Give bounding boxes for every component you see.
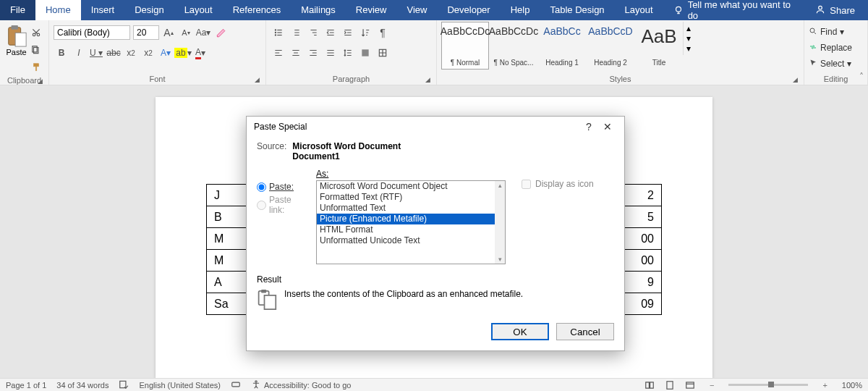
justify-icon[interactable] <box>323 45 339 61</box>
multilevel-icon[interactable] <box>305 25 321 41</box>
tab-file[interactable]: File <box>0 0 35 20</box>
increase-indent-icon[interactable] <box>340 25 356 41</box>
svg-point-15 <box>810 28 814 33</box>
align-center-icon[interactable] <box>288 45 304 61</box>
svg-rect-9 <box>34 64 39 67</box>
group-font: A▴ A▾ Aa▾ B I U ▾ abc x2 x2 A▾ ab▾ A▾ Fo… <box>49 20 266 85</box>
numbering-icon[interactable] <box>288 25 304 41</box>
replace-button[interactable]: Replace <box>809 41 852 55</box>
paragraph-launcher-icon[interactable]: ◢ <box>424 76 432 83</box>
list-item[interactable]: HTML Format <box>317 224 495 235</box>
read-mode-icon[interactable] <box>644 380 655 390</box>
web-layout-icon[interactable] <box>685 380 695 390</box>
paste-button[interactable]: Paste <box>4 22 28 56</box>
find-button[interactable]: Find▾ <box>809 25 844 39</box>
font-launcher-icon[interactable]: ◢ <box>253 76 261 83</box>
ok-button[interactable]: OK <box>491 323 549 340</box>
format-painter-icon[interactable] <box>28 59 44 75</box>
list-item[interactable]: Unformatted Unicode Text <box>317 235 495 246</box>
find-label: Find <box>820 27 837 37</box>
list-item[interactable]: Microsoft Word Document Object <box>317 181 495 192</box>
status-page[interactable]: Page 1 of 1 <box>6 381 46 390</box>
tab-table-design[interactable]: Table Design <box>540 0 614 20</box>
underline-icon[interactable]: U ▾ <box>88 45 104 61</box>
listbox-scrollbar[interactable]: ▴▾ <box>495 181 505 264</box>
font-name-combo[interactable] <box>54 25 130 40</box>
decrease-indent-icon[interactable] <box>323 25 339 41</box>
accessibility-button[interactable]: Accessibility: Good to go <box>251 379 351 391</box>
paste-radio[interactable]: Paste: <box>257 182 309 192</box>
text-effects-icon[interactable]: A▾ <box>158 45 174 61</box>
tab-developer[interactable]: Developer <box>437 0 500 20</box>
grow-font-icon[interactable]: A▴ <box>161 25 176 41</box>
tab-insert[interactable]: Insert <box>81 0 125 20</box>
clear-format-icon[interactable] <box>213 25 229 41</box>
shrink-font-icon[interactable]: A▾ <box>178 25 194 41</box>
superscript-icon[interactable]: x2 <box>140 45 156 61</box>
print-layout-icon[interactable] <box>665 380 675 390</box>
tab-home[interactable]: Home <box>35 0 81 20</box>
style-tile[interactable]: AaBbCcDc¶ No Spac... <box>490 22 537 70</box>
select-button[interactable]: Select▾ <box>809 56 851 71</box>
dialog-help-icon[interactable]: ? <box>579 121 598 133</box>
bold-icon[interactable]: B <box>54 45 69 61</box>
show-marks-icon[interactable]: ¶ <box>375 25 391 41</box>
strike-icon[interactable]: abc <box>106 45 122 61</box>
dialog-close-icon[interactable]: ✕ <box>598 121 617 133</box>
align-right-icon[interactable] <box>305 45 321 61</box>
text-predictions-icon[interactable] <box>231 379 241 391</box>
tell-me-search[interactable]: Tell me what you want to do <box>663 0 803 20</box>
style-name: ¶ No Spac... <box>492 59 535 67</box>
tab-mailings[interactable]: Mailings <box>291 0 346 20</box>
highlight-icon[interactable]: ab▾ <box>175 45 191 61</box>
status-words[interactable]: 34 of 34 words <box>56 381 109 390</box>
tab-layout-contextual[interactable]: Layout <box>615 0 663 20</box>
list-item[interactable]: Picture (Enhanced Metafile) <box>317 214 495 224</box>
styles-more-icon[interactable]: ▾ <box>686 43 691 54</box>
status-language[interactable]: English (United States) <box>139 381 221 390</box>
italic-icon[interactable]: I <box>71 45 87 61</box>
tab-design[interactable]: Design <box>124 0 174 20</box>
zoom-out-icon[interactable]: − <box>705 381 718 390</box>
tab-layout[interactable]: Layout <box>174 0 223 20</box>
format-listbox[interactable]: Microsoft Word Document ObjectFormatted … <box>316 180 506 264</box>
bullets-icon[interactable] <box>271 25 286 41</box>
tab-review[interactable]: Review <box>346 0 397 20</box>
shading-icon[interactable] <box>357 45 373 61</box>
sort-icon[interactable] <box>357 25 373 41</box>
zoom-in-icon[interactable]: + <box>818 381 831 390</box>
font-size-combo[interactable] <box>133 25 159 40</box>
zoom-level[interactable]: 100% <box>842 381 862 390</box>
styles-launcher-icon[interactable]: ◢ <box>791 76 799 83</box>
chevron-up-icon[interactable]: ▴ <box>686 23 691 33</box>
display-as-icon-checkbox[interactable]: Display as icon <box>522 179 614 189</box>
styles-scroll[interactable]: ▴ ▾ ▾ <box>683 22 693 55</box>
align-left-icon[interactable] <box>271 45 286 61</box>
clipboard-launcher-icon[interactable]: ◢ <box>36 77 44 85</box>
cancel-button[interactable]: Cancel <box>556 323 614 340</box>
group-editing-label: Editing <box>824 75 848 83</box>
change-case-icon[interactable]: Aa▾ <box>195 25 211 41</box>
font-color-icon[interactable]: A▾ <box>192 45 208 61</box>
borders-icon[interactable] <box>375 45 391 61</box>
chevron-down-icon[interactable]: ▾ <box>686 33 691 43</box>
list-item[interactable]: Formatted Text (RTF) <box>317 192 495 203</box>
zoom-slider[interactable] <box>728 384 808 386</box>
style-tile[interactable]: AaBbCcDc¶ Normal <box>441 22 489 70</box>
svg-rect-23 <box>686 382 694 387</box>
style-tile[interactable]: AaBbCcHeading 1 <box>538 22 586 70</box>
share-button[interactable]: Share <box>802 0 868 20</box>
tab-help[interactable]: Help <box>501 0 540 20</box>
collapse-ribbon-icon[interactable]: ˄ <box>859 72 864 82</box>
cut-icon[interactable] <box>28 25 44 41</box>
subscript-icon[interactable]: x2 <box>123 45 139 61</box>
tab-view[interactable]: View <box>396 0 437 20</box>
line-spacing-icon[interactable] <box>340 45 356 61</box>
copy-icon[interactable] <box>28 42 44 58</box>
svg-rect-22 <box>667 381 673 389</box>
tab-references[interactable]: References <box>223 0 291 20</box>
list-item[interactable]: Unformatted Text <box>317 203 495 214</box>
style-tile[interactable]: AaBbCcDHeading 2 <box>587 22 634 70</box>
spellcheck-icon[interactable] <box>119 379 129 391</box>
style-tile[interactable]: AaBTitle <box>635 22 683 70</box>
